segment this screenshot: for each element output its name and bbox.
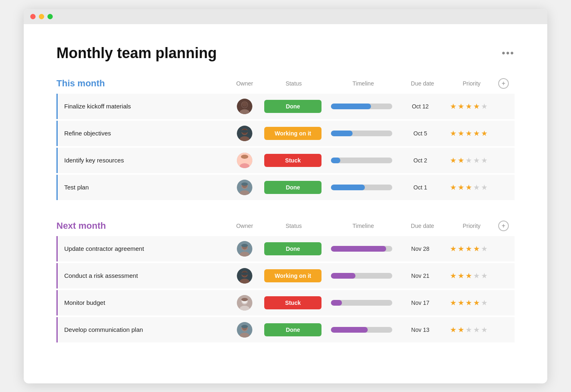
priority-stars[interactable]: ★★★★★ <box>443 244 495 253</box>
col-header-status: Status <box>261 80 326 87</box>
owner-cell <box>228 241 261 257</box>
star-filled: ★ <box>473 298 480 307</box>
star-filled: ★ <box>450 244 456 253</box>
title-bar <box>24 9 547 24</box>
priority-stars[interactable]: ★★★★★ <box>443 183 495 192</box>
status-cell[interactable]: Done <box>261 181 325 194</box>
status-cell[interactable]: Done <box>261 323 325 336</box>
status-badge[interactable]: Stuck <box>264 296 321 309</box>
status-badge[interactable]: Done <box>264 181 321 194</box>
due-date: Nov 21 <box>398 273 443 279</box>
avatar <box>237 241 252 257</box>
page-header: Monthly team planning ••• <box>56 45 515 62</box>
star-filled: ★ <box>458 298 464 307</box>
star-empty: ★ <box>481 183 488 192</box>
add-task-button[interactable]: + <box>498 221 509 231</box>
svg-point-34 <box>241 298 248 301</box>
star-filled: ★ <box>450 298 456 307</box>
status-cell[interactable]: Done <box>261 242 325 255</box>
star-empty: ★ <box>473 183 480 192</box>
col-header-owner: Owner <box>228 80 261 87</box>
owner-cell <box>228 126 261 141</box>
task-row[interactable]: Refine objectives Working on it Oct 5 ★★… <box>56 121 515 146</box>
col-header-duedate: Due date <box>400 80 445 87</box>
status-cell[interactable]: Done <box>261 100 325 113</box>
add-task-button[interactable]: + <box>498 78 509 89</box>
owner-cell <box>228 180 261 195</box>
progress-fill <box>331 185 365 190</box>
status-badge[interactable]: Done <box>264 100 321 113</box>
status-badge[interactable]: Stuck <box>264 154 321 167</box>
status-cell[interactable]: Stuck <box>261 296 325 309</box>
star-filled: ★ <box>473 102 480 111</box>
section-next-month: Next month Owner Status Timeline Due dat… <box>56 221 515 342</box>
page-title: Monthly team planning <box>56 45 217 62</box>
avatar <box>237 180 252 195</box>
status-cell[interactable]: Stuck <box>261 154 325 167</box>
task-row[interactable]: Test plan Done Oct 1 ★★★★★ <box>56 175 515 200</box>
col-header-timeline: Timeline <box>326 80 400 87</box>
minimize-button[interactable] <box>39 14 44 19</box>
status-cell[interactable]: Working on it <box>261 127 325 140</box>
star-empty: ★ <box>465 156 472 165</box>
task-row[interactable]: Identify key resources Stuck Oct 2 ★★★★★ <box>56 148 515 173</box>
timeline-cell <box>325 185 398 190</box>
timeline-cell <box>325 104 398 109</box>
priority-stars[interactable]: ★★★★★ <box>443 102 495 111</box>
owner-cell <box>228 268 261 284</box>
priority-stars[interactable]: ★★★★★ <box>443 156 495 165</box>
owner-cell <box>228 99 261 114</box>
task-row[interactable]: Update contractor agreement Done Nov 28 … <box>56 236 515 261</box>
section-header-next-month: Next month Owner Status Timeline Due dat… <box>56 221 515 231</box>
task-name: Identify key resources <box>58 157 228 164</box>
progress-bar <box>331 185 392 190</box>
star-filled: ★ <box>450 271 456 280</box>
owner-cell <box>228 295 261 311</box>
column-headers: Owner Status Timeline Due date Priority … <box>228 221 515 231</box>
priority-stars[interactable]: ★★★★★ <box>443 298 495 307</box>
col-header-timeline: Timeline <box>326 223 400 229</box>
svg-point-19 <box>241 182 248 186</box>
star-filled: ★ <box>450 183 456 192</box>
star-filled: ★ <box>481 129 488 138</box>
progress-fill <box>331 273 355 279</box>
app-window: Monthly team planning ••• This month Own… <box>24 9 547 383</box>
star-filled: ★ <box>465 298 472 307</box>
col-header-owner: Owner <box>228 223 261 229</box>
star-filled: ★ <box>458 271 464 280</box>
due-date: Oct 5 <box>398 130 443 137</box>
star-filled: ★ <box>458 244 464 253</box>
status-badge[interactable]: Working on it <box>264 127 321 140</box>
star-empty: ★ <box>481 244 488 253</box>
star-empty: ★ <box>481 156 488 165</box>
progress-fill <box>331 131 353 136</box>
col-header-priority: Priority <box>445 80 498 87</box>
section-title-next-month: Next month <box>56 221 228 231</box>
star-filled: ★ <box>458 156 464 165</box>
close-button[interactable] <box>30 14 36 19</box>
task-row[interactable]: Develop communication plan Done Nov 13 ★… <box>56 317 515 342</box>
due-date: Nov 13 <box>398 327 443 333</box>
priority-stars[interactable]: ★★★★★ <box>443 325 495 334</box>
task-row[interactable]: Finalize kickoff materials Done Oct 12 ★… <box>56 94 515 119</box>
maximize-button[interactable] <box>47 14 53 19</box>
section-this-month: This month Owner Status Timeline Due dat… <box>56 78 515 200</box>
more-options-button[interactable]: ••• <box>502 47 515 59</box>
sections-container: This month Owner Status Timeline Due dat… <box>56 78 515 342</box>
progress-fill <box>331 246 386 252</box>
star-filled: ★ <box>465 271 472 280</box>
priority-stars[interactable]: ★★★★★ <box>443 271 495 280</box>
due-date: Oct 2 <box>398 157 443 164</box>
status-cell[interactable]: Working on it <box>261 269 325 282</box>
task-row[interactable]: Monitor budget Stuck Nov 17 ★★★★★ <box>56 290 515 315</box>
task-name: Test plan <box>58 184 228 191</box>
status-badge[interactable]: Done <box>264 242 321 255</box>
priority-stars[interactable]: ★★★★★ <box>443 129 495 138</box>
task-row[interactable]: Conduct a risk assessment Working on it … <box>56 263 515 288</box>
status-badge[interactable]: Working on it <box>264 269 321 282</box>
star-filled: ★ <box>465 244 472 253</box>
main-content: Monthly team planning ••• This month Own… <box>24 24 547 383</box>
avatar <box>237 153 252 168</box>
progress-bar <box>331 131 392 136</box>
status-badge[interactable]: Done <box>264 323 321 336</box>
